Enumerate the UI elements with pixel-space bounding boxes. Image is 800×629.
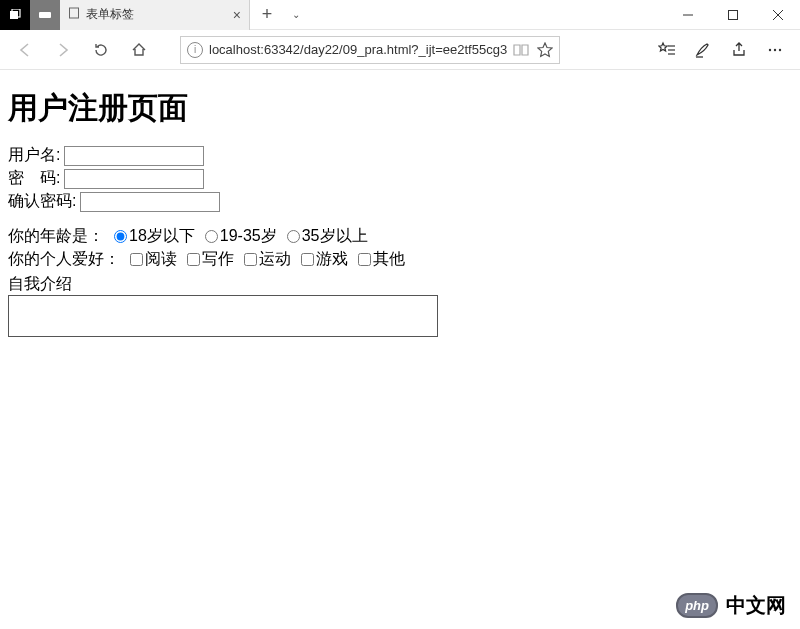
age-radio[interactable]: [114, 230, 127, 243]
password-label: 密 码:: [8, 168, 60, 189]
svg-point-14: [779, 48, 781, 50]
age-radio-group: 18岁以下19-35岁35岁以上: [114, 226, 376, 247]
hobby-option-label: 写作: [202, 249, 234, 270]
intro-textarea[interactable]: [8, 295, 438, 337]
app-icon-1[interactable]: [0, 0, 30, 30]
address-bar: i localhost:63342/day22/09_pra.html?_ijt…: [0, 30, 800, 70]
tab-title: 表单标签: [86, 6, 227, 23]
refresh-button[interactable]: [84, 33, 118, 67]
close-tab-icon[interactable]: ×: [233, 7, 241, 23]
age-option-label: 18岁以下: [129, 226, 195, 247]
age-label: 你的年龄是：: [8, 226, 104, 247]
info-icon[interactable]: i: [187, 42, 203, 58]
hobby-checkbox[interactable]: [244, 253, 257, 266]
watermark-text: 中文网: [726, 592, 786, 619]
svg-point-12: [769, 48, 771, 50]
age-radio[interactable]: [287, 230, 300, 243]
hobby-option[interactable]: 运动: [244, 249, 291, 270]
window-titlebar: 表单标签 × + ⌄: [0, 0, 800, 30]
hobby-option-label: 其他: [373, 249, 405, 270]
age-option[interactable]: 18岁以下: [114, 226, 195, 247]
row-confirm: 确认密码:: [8, 191, 792, 212]
reading-view-icon[interactable]: [513, 43, 529, 57]
age-radio[interactable]: [205, 230, 218, 243]
row-password: 密 码:: [8, 168, 792, 189]
tab-chevron-icon[interactable]: ⌄: [284, 9, 308, 20]
new-tab-button[interactable]: +: [250, 4, 284, 25]
hobby-checkbox[interactable]: [301, 253, 314, 266]
hobby-checkbox[interactable]: [187, 253, 200, 266]
share-icon[interactable]: [722, 33, 756, 67]
age-option-label: 35岁以上: [302, 226, 368, 247]
favorite-star-icon[interactable]: [537, 42, 553, 58]
age-option[interactable]: 35岁以上: [287, 226, 368, 247]
confirm-password-label: 确认密码:: [8, 191, 76, 212]
row-age: 你的年龄是： 18岁以下19-35岁35岁以上: [8, 226, 792, 247]
hobby-option[interactable]: 其他: [358, 249, 405, 270]
notes-icon[interactable]: [686, 33, 720, 67]
password-input[interactable]: [64, 169, 204, 189]
hobby-checkbox[interactable]: [130, 253, 143, 266]
svg-rect-3: [70, 8, 79, 18]
svg-point-13: [774, 48, 776, 50]
svg-rect-2: [39, 12, 51, 18]
more-icon[interactable]: [758, 33, 792, 67]
home-button[interactable]: [122, 33, 156, 67]
svg-rect-5: [728, 11, 737, 20]
url-text: localhost:63342/day22/09_pra.html?_ijt=e…: [209, 42, 507, 57]
hobby-checkbox-group: 阅读写作运动游戏其他: [130, 249, 413, 270]
page-heading: 用户注册页面: [8, 88, 792, 129]
document-icon: [68, 7, 80, 22]
age-option-label: 19-35岁: [220, 226, 277, 247]
hobby-option[interactable]: 阅读: [130, 249, 177, 270]
hobby-label: 你的个人爱好：: [8, 249, 120, 270]
titlebar-left: 表单标签 × + ⌄: [0, 0, 308, 29]
watermark: php 中文网: [676, 592, 786, 619]
url-input[interactable]: i localhost:63342/day22/09_pra.html?_ijt…: [180, 36, 560, 64]
hobby-option[interactable]: 写作: [187, 249, 234, 270]
confirm-password-input[interactable]: [80, 192, 220, 212]
app-icon-2[interactable]: [30, 0, 60, 30]
username-input[interactable]: [64, 146, 204, 166]
intro-label: 自我介绍: [8, 274, 792, 295]
window-controls: [665, 0, 800, 29]
age-option[interactable]: 19-35岁: [205, 226, 277, 247]
browser-tab[interactable]: 表单标签 ×: [60, 0, 250, 30]
row-hobby: 你的个人爱好： 阅读写作运动游戏其他: [8, 249, 792, 270]
back-button[interactable]: [8, 33, 42, 67]
row-username: 用户名:: [8, 145, 792, 166]
svg-rect-0: [10, 11, 18, 19]
username-label: 用户名:: [8, 145, 60, 166]
maximize-button[interactable]: [710, 0, 755, 30]
page-content: 用户注册页面 用户名: 密 码: 确认密码: 你的年龄是： 18岁以下19-35…: [0, 70, 800, 347]
forward-button[interactable]: [46, 33, 80, 67]
hobby-checkbox[interactable]: [358, 253, 371, 266]
favorites-list-icon[interactable]: [650, 33, 684, 67]
minimize-button[interactable]: [665, 0, 710, 30]
hobby-option-label: 游戏: [316, 249, 348, 270]
php-logo: php: [676, 593, 718, 618]
close-window-button[interactable]: [755, 0, 800, 30]
hobby-option-label: 阅读: [145, 249, 177, 270]
hobby-option-label: 运动: [259, 249, 291, 270]
hobby-option[interactable]: 游戏: [301, 249, 348, 270]
